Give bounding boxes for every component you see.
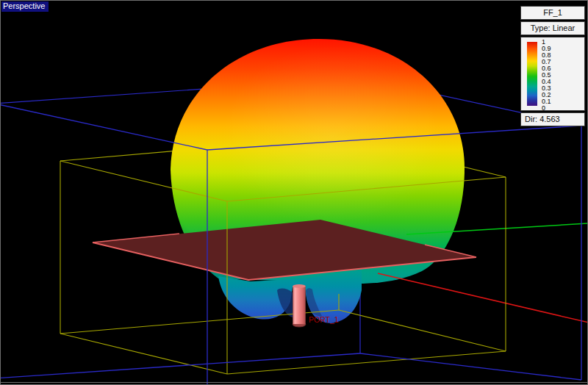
window-bottom-border — [1, 382, 588, 383]
port-label: PORT_1 — [309, 315, 339, 324]
colorbar-gradient — [527, 42, 537, 106]
scene-canvas: PORT_1 — [1, 1, 588, 385]
legend-result-name[interactable]: FF_1 — [520, 6, 585, 20]
port-cylinder[interactable] — [293, 284, 306, 327]
view-mode-label: Perspective — [1, 1, 49, 12]
simulation-window: PORT_1 Perspective — [0, 0, 588, 385]
tick-label: 0 — [542, 105, 551, 112]
viewport-3d[interactable]: PORT_1 — [1, 1, 588, 385]
legend-panel: FF_1 Type: Linear 1 0.9 0.8 0.7 0.6 0.5 … — [520, 6, 585, 128]
x-axis-line — [378, 273, 588, 323]
legend-colorbar[interactable]: 1 0.9 0.8 0.7 0.6 0.5 0.4 0.3 0.2 0.1 0 — [520, 37, 585, 111]
colorbar-tick-labels: 1 0.9 0.8 0.7 0.6 0.5 0.4 0.3 0.2 0.1 0 — [542, 39, 551, 109]
legend-scale-type[interactable]: Type: Linear — [520, 21, 585, 35]
legend-directivity-value: Dir: 4.563 — [520, 112, 585, 126]
